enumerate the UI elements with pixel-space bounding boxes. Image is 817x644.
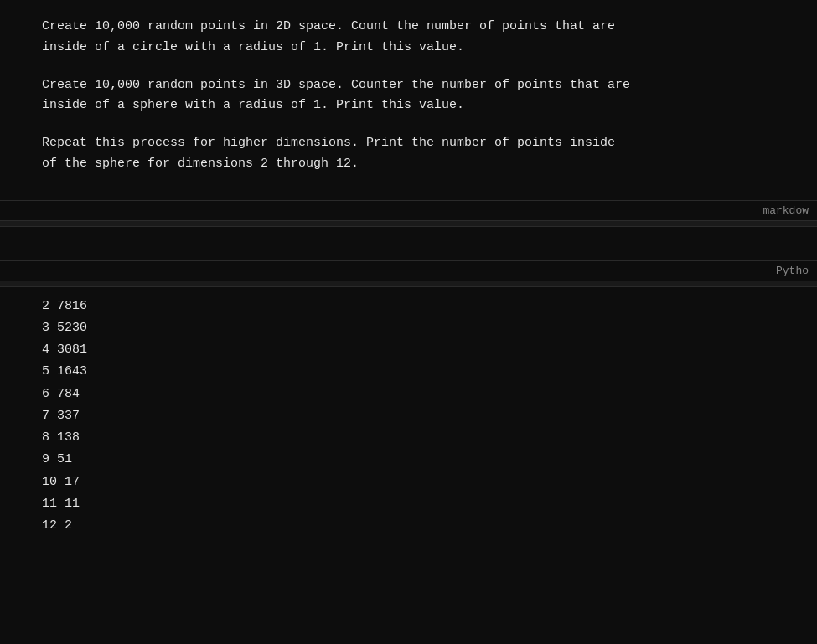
output-row: 9 51	[42, 449, 775, 471]
output-row: 3 5230	[42, 317, 775, 339]
cell-separator-1	[0, 220, 817, 227]
output-row: 7 337	[42, 405, 775, 427]
output-row: 10 17	[42, 471, 775, 493]
paragraph-1: Create 10,000 random points in 2D space.…	[42, 17, 775, 59]
code-cell-toolbar: Pytho	[0, 260, 817, 281]
paragraph-3: Repeat this process for higher dimension…	[42, 133, 775, 175]
output-row: 12 2	[42, 515, 775, 537]
output-row: 2 7816	[42, 296, 775, 317]
markdown-cell-type-label: markdow	[763, 204, 809, 217]
code-cell-type-label: Pytho	[776, 265, 809, 277]
output-row: 4 3081	[42, 339, 775, 361]
output-row: 5 1643	[42, 361, 775, 383]
output-data: 2 78163 52304 30815 16436 7847 3378 1389…	[42, 296, 775, 538]
paragraph-2: Create 10,000 random points in 3D space.…	[42, 75, 775, 117]
output-row: 8 138	[42, 427, 775, 449]
output-row: 11 11	[42, 493, 775, 515]
output-cell: 2 78163 52304 30815 16436 7847 3378 1389…	[0, 287, 817, 554]
cell-separator-2	[0, 281, 817, 287]
output-row: 6 784	[42, 384, 775, 405]
code-cell[interactable]	[0, 227, 817, 260]
markdown-cell: Create 10,000 random points in 2D space.…	[0, 0, 817, 200]
markdown-cell-toolbar: markdow	[0, 200, 817, 220]
